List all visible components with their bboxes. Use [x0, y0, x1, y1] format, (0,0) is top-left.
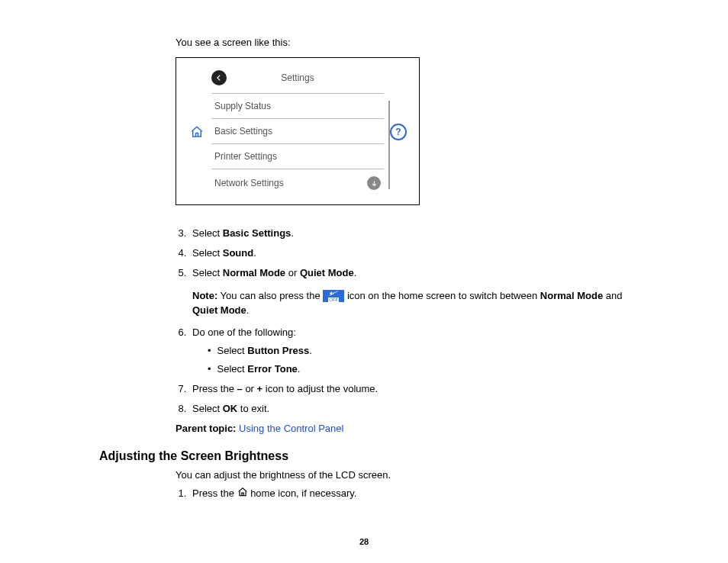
text: Select — [217, 345, 248, 356]
sub-list: Select Button Press. Select Error Tone. — [192, 344, 629, 376]
text: to exit. — [237, 403, 269, 414]
text: or — [285, 267, 300, 278]
scrollbar — [388, 101, 390, 189]
text: . — [298, 363, 301, 375]
content-block: You see a screen like this: Settings Sup — [176, 37, 629, 434]
text: Select — [192, 227, 223, 239]
text: Select — [192, 267, 223, 278]
step-7: Press the – or + icon to adjust the volu… — [189, 382, 629, 396]
text: or — [243, 383, 257, 394]
text: . — [354, 267, 357, 278]
step-6: Do one of the following: Select Button P… — [189, 326, 629, 377]
text: . — [309, 345, 312, 356]
document-page: You see a screen like this: Settings Sup — [0, 0, 728, 563]
text: icon to adjust the volume. — [263, 383, 378, 394]
bold-text: Normal Mode — [223, 267, 285, 278]
menu-row-network-settings: Network Settings — [211, 169, 384, 197]
text: Select — [217, 363, 248, 375]
quiet-mode-icon: OFF — [323, 290, 344, 302]
section-intro: You can adjust the brightness of the LCD… — [176, 469, 629, 481]
bold-text: Sound — [223, 247, 253, 259]
menu-row-supply-status: Supply Status — [211, 93, 384, 118]
sub-item: Select Error Tone. — [208, 362, 629, 376]
menu-row-basic-settings: Basic Settings — [211, 118, 384, 143]
instruction-list-2: Press the home icon, if necessary. — [176, 487, 629, 501]
menu-row-printer-settings: Printer Settings — [211, 143, 384, 169]
text: Do one of the following: — [192, 327, 296, 338]
note-label: Note: — [192, 290, 217, 301]
bold-text: OK — [223, 403, 238, 414]
home-icon — [190, 125, 204, 139]
intro-text: You see a screen like this: — [176, 37, 629, 48]
parent-topic: Parent topic: Using the Control Panel — [176, 423, 629, 434]
menu-row-label: Network Settings — [214, 178, 284, 188]
screenshot-header: Settings — [211, 67, 384, 93]
help-icon: ? — [390, 124, 407, 140]
bold-text: Button Press — [247, 345, 309, 356]
text: . — [246, 304, 250, 316]
step-5: Select Normal Mode or Quiet Mode. Note: … — [189, 266, 629, 317]
text: Select — [192, 247, 223, 259]
text: . — [253, 247, 256, 259]
bold-text: Quiet Mode — [300, 267, 354, 278]
scroll-down-icon — [367, 176, 381, 190]
section-body: You can adjust the brightness of the LCD… — [176, 469, 629, 501]
back-icon — [211, 70, 227, 85]
text: icon on the home screen to switch betwee… — [344, 290, 540, 301]
text: Press the — [192, 487, 237, 499]
bold-text: Error Tone — [247, 363, 298, 375]
screenshot-title: Settings — [233, 72, 362, 83]
text: Press the — [192, 383, 237, 394]
note-block: Note: You can also press the OFF icon on… — [192, 288, 629, 318]
bold-text: Basic Settings — [223, 227, 292, 239]
sub-item: Select Button Press. — [208, 344, 629, 358]
text: and — [603, 290, 622, 301]
step-8: Select OK to exit. — [189, 402, 629, 416]
section-heading: Adjusting the Screen Brightness — [99, 449, 629, 463]
bold-text: Normal Mode — [540, 290, 603, 301]
step-1b: Press the home icon, if necessary. — [189, 487, 629, 501]
parent-topic-link[interactable]: Using the Control Panel — [239, 423, 343, 434]
bold-text: – — [237, 383, 243, 394]
text: . — [291, 227, 294, 239]
text: Select — [192, 403, 223, 414]
parent-topic-label: Parent topic: — [176, 423, 236, 434]
step-4: Select Sound. — [189, 246, 629, 260]
text: home icon, if necessary. — [248, 487, 357, 499]
home-icon-inline — [237, 487, 248, 501]
step-3: Select Basic Settings. — [189, 227, 629, 240]
page-number: 28 — [0, 537, 728, 546]
text: You can also press the — [217, 290, 323, 301]
instruction-list: Select Basic Settings. Select Sound. Sel… — [176, 227, 629, 417]
settings-screenshot: Settings Supply Status Basic Settings Pr… — [176, 57, 420, 205]
bold-text: Quiet Mode — [192, 304, 246, 316]
